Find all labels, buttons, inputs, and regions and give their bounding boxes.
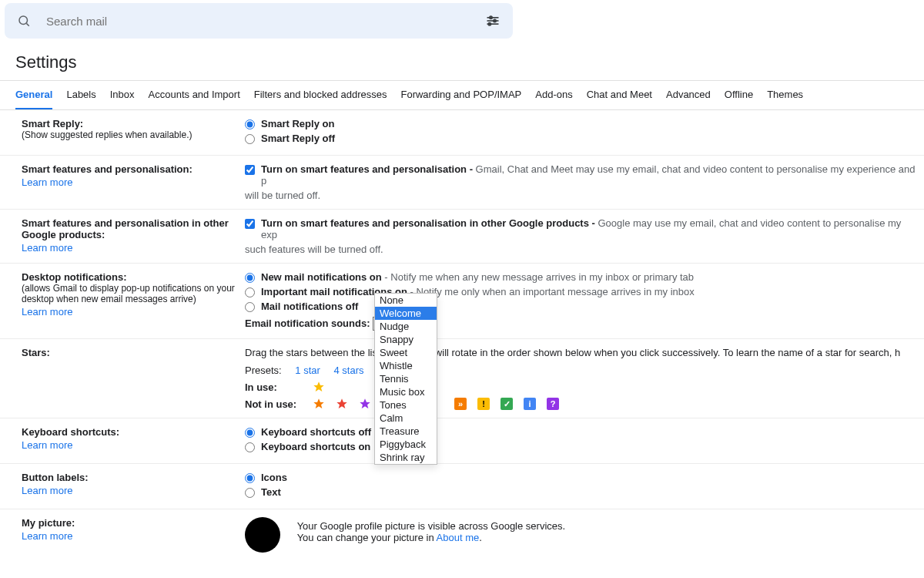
sound-option[interactable]: Piggyback xyxy=(375,438,437,451)
sound-option[interactable]: Treasure xyxy=(375,425,437,438)
svg-point-6 xyxy=(494,19,496,22)
desktop-notif-title: Desktop notifications: xyxy=(22,271,237,283)
svg-marker-10 xyxy=(336,398,346,408)
tab-offline[interactable]: Offline xyxy=(725,81,753,109)
tab-chatmeet[interactable]: Chat and Meet xyxy=(587,81,652,109)
important-notif-tail: - Notify me only when an important messa… xyxy=(407,286,695,297)
svg-point-7 xyxy=(488,23,490,25)
sound-option[interactable]: Shrink ray xyxy=(375,451,437,464)
mypic-learn[interactable]: Learn more xyxy=(22,530,72,542)
row-desktop-notifications: Desktop notifications: (allows Gmail to … xyxy=(0,264,924,339)
sound-option[interactable]: Welcome xyxy=(375,307,437,320)
mail-notif-off-radio[interactable] xyxy=(245,302,255,312)
kbshort-on-label: Keyboard shortcuts on xyxy=(261,441,370,452)
sound-option[interactable]: Whistle xyxy=(375,359,437,372)
sound-option[interactable]: None xyxy=(375,294,437,307)
btnlabels-text-label: Text xyxy=(261,486,281,498)
sound-option[interactable]: Calm xyxy=(375,412,437,425)
tab-advanced[interactable]: Advanced xyxy=(666,81,711,109)
yellow-bang-icon[interactable]: ! xyxy=(477,398,490,410)
sound-label: Email notification sounds: xyxy=(245,318,370,329)
smart-features-other-tail2: such features will be turned off. xyxy=(245,244,916,255)
stars-desc: Drag the stars between the lists. The st… xyxy=(245,347,916,358)
important-notif-radio[interactable] xyxy=(245,287,255,297)
smart-features-checkbox[interactable] xyxy=(245,165,255,175)
mail-notif-off-label: Mail notifications off xyxy=(261,301,358,312)
preset-1star[interactable]: 1 star xyxy=(295,365,320,376)
star-purple-icon[interactable] xyxy=(359,398,371,410)
blue-info-icon[interactable]: i xyxy=(524,398,536,410)
smart-features-cb-label: Turn on smart features and personalisati… xyxy=(261,163,476,175)
orange-arrows-icon[interactable]: » xyxy=(454,398,467,410)
star-orange-icon[interactable] xyxy=(313,398,325,410)
smart-features-title: Smart features and personalisation: xyxy=(22,163,237,175)
row-my-picture: My picture: Learn more Your Google profi… xyxy=(0,509,924,563)
smart-reply-off-radio[interactable] xyxy=(245,134,255,144)
avatar[interactable] xyxy=(245,517,280,553)
tab-forwarding[interactable]: Forwarding and POP/IMAP xyxy=(400,81,521,109)
tab-themes[interactable]: Themes xyxy=(767,81,803,109)
purple-question-icon[interactable]: ? xyxy=(547,398,559,410)
svg-marker-9 xyxy=(313,398,323,408)
tab-filters[interactable]: Filters and blocked addresses xyxy=(254,81,387,109)
new-mail-notif-label: New mail notifications on xyxy=(261,271,382,283)
btnlabels-learn[interactable]: Learn more xyxy=(22,485,72,496)
sound-option[interactable]: Tennis xyxy=(375,372,437,385)
settings-tabs: General Labels Inbox Accounts and Import… xyxy=(0,80,924,110)
sound-option[interactable]: Music box xyxy=(375,385,437,398)
btnlabels-text-radio[interactable] xyxy=(245,488,255,498)
desktop-notif-sub: (allows Gmail to display pop-up notifica… xyxy=(22,283,237,304)
svg-marker-11 xyxy=(360,398,370,408)
smart-features-learn[interactable]: Learn more xyxy=(22,176,72,188)
row-button-labels: Button labels: Learn more Icons Text xyxy=(0,464,924,509)
stars-title: Stars: xyxy=(22,347,237,358)
row-keyboard-shortcuts: Keyboard shortcuts: Learn more Keyboard … xyxy=(0,418,924,464)
sound-option[interactable]: Snappy xyxy=(375,333,437,346)
star-yellow-icon[interactable] xyxy=(313,381,325,393)
svg-point-0 xyxy=(19,16,28,25)
mypic-line1: Your Google profile picture is visible a… xyxy=(297,520,566,532)
mypic-title: My picture: xyxy=(22,517,237,529)
tab-labels[interactable]: Labels xyxy=(66,81,95,109)
search-icon xyxy=(17,14,31,28)
mypic-line2a: You can change your picture in xyxy=(297,532,437,543)
smart-reply-on-radio[interactable] xyxy=(245,119,255,129)
smart-features-other-cb-label: Turn on smart features and personalisati… xyxy=(261,217,598,229)
smart-features-other-title: Smart features and personalisation in ot… xyxy=(22,217,237,240)
smart-features-other-learn[interactable]: Learn more xyxy=(22,242,72,254)
new-mail-notif-tail: - Notify me when any new message arrives… xyxy=(382,271,694,283)
smart-features-other-checkbox[interactable] xyxy=(245,219,255,229)
row-smart-features: Smart features and personalisation: Lear… xyxy=(0,156,924,210)
svg-line-1 xyxy=(26,23,28,25)
about-me-link[interactable]: About me xyxy=(437,532,480,543)
sound-dropdown-open[interactable]: NoneWelcomeNudgeSnappySweetWhistleTennis… xyxy=(374,293,437,465)
tab-accounts[interactable]: Accounts and Import xyxy=(149,81,240,109)
tab-general[interactable]: General xyxy=(15,81,52,109)
sound-option[interactable]: Sweet xyxy=(375,346,437,359)
kbshort-title: Keyboard shortcuts: xyxy=(22,426,237,438)
new-mail-notif-radio[interactable] xyxy=(245,273,255,283)
sound-option[interactable]: Tones xyxy=(375,398,437,412)
sound-option[interactable]: Nudge xyxy=(375,320,437,333)
star-red-icon[interactable] xyxy=(336,398,348,410)
tune-icon[interactable] xyxy=(485,13,500,29)
kbshort-on-radio[interactable] xyxy=(245,442,255,452)
row-stars: Stars: Drag the stars between the lists.… xyxy=(0,339,924,418)
btnlabels-icons-radio[interactable] xyxy=(245,473,255,483)
svg-marker-8 xyxy=(313,381,323,391)
smart-reply-sub: (Show suggested replies when available.) xyxy=(22,129,237,140)
green-check-icon[interactable]: ✓ xyxy=(500,398,513,410)
row-smart-reply: Smart Reply: (Show suggested replies whe… xyxy=(0,110,924,156)
smart-reply-on-label: Smart Reply on xyxy=(261,118,334,129)
kbshort-learn[interactable]: Learn more xyxy=(22,439,72,451)
preset-4stars[interactable]: 4 stars xyxy=(333,365,363,376)
mypic-dot: . xyxy=(479,532,482,543)
search-input[interactable] xyxy=(46,15,470,28)
desktop-notif-learn[interactable]: Learn more xyxy=(22,306,72,318)
tab-inbox[interactable]: Inbox xyxy=(110,81,135,109)
search-bar[interactable] xyxy=(5,3,513,39)
tab-addons[interactable]: Add-ons xyxy=(535,81,572,109)
kbshort-off-radio[interactable] xyxy=(245,428,255,438)
smart-features-tail2: will be turned off. xyxy=(245,190,916,201)
btnlabels-icons-label: Icons xyxy=(261,472,287,483)
